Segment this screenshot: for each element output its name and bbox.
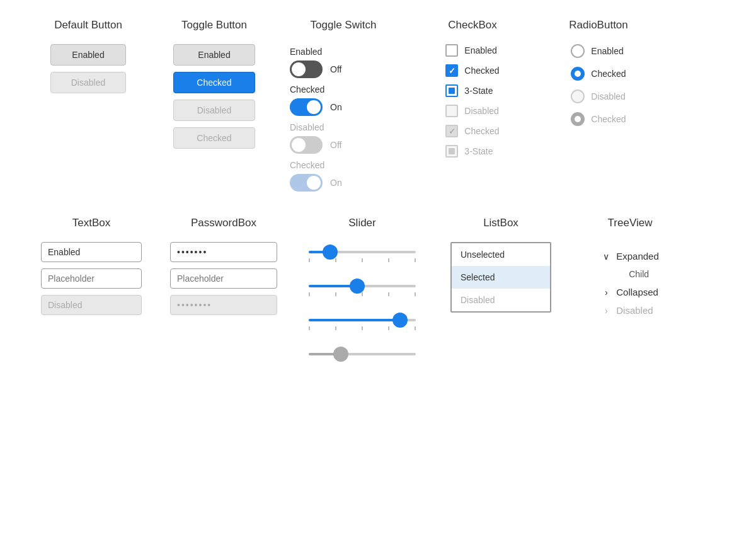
treeview-title: TreeView [608,217,653,229]
treeview-expanded-row[interactable]: ∨ Expanded [601,248,659,264]
slider-tick [415,326,416,330]
toggle-switch-group: Toggle Switch Enabled Off Checked On [277,19,410,192]
slider-1-ticks [309,258,416,262]
toggle-switch-disabled-off-label: Off [330,140,341,150]
slider-1[interactable] [309,241,416,263]
toggle-button-enabled[interactable]: Enabled [173,44,255,66]
checkbox-disabled-threestate-row: 3-State [445,145,493,158]
default-button-disabled: Disabled [50,72,126,93]
checkbox-title: CheckBox [448,19,496,32]
toggle-button-checked[interactable]: Checked [173,72,255,93]
toggle-thumb-off [292,62,306,76]
toggle-switch-off-row: Off [290,60,341,78]
treeview-expanded-label: Expanded [616,251,659,262]
treeview-disabled-row: › Disabled [601,302,653,318]
radio-inner-dot [575,71,581,77]
passwordbox-placeholder[interactable] [170,268,277,289]
checkbox-disabled-row: Disabled [445,105,498,117]
listbox: Unselected Selected Disabled [450,242,551,313]
slider-tick [362,258,363,262]
passwordbox-disabled [170,295,277,315]
chevron-right-disabled-icon: › [601,306,611,316]
slider-list [290,234,435,365]
slider-tick [309,292,310,296]
toggle-switch-disabled-on [290,174,323,192]
textbox-title: TextBox [72,217,110,229]
radio-enabled-row: Enabled [571,44,623,58]
toggle-switch-off[interactable] [290,60,323,78]
checkbox-disabled-label: Disabled [464,106,498,116]
slider-3-ticks [309,326,416,330]
slider-2[interactable] [309,275,416,297]
checkbox-group: CheckBox Enabled ✓ Checked [410,19,536,158]
checkbox-list: Enabled ✓ Checked 3-State [445,44,499,158]
toggle-switch-on-label: On [330,102,342,112]
toggle-button-group: Toggle Button Enabled Checked Disabled C… [151,19,277,149]
slider-tick [309,326,310,330]
slider-tick [335,326,336,330]
textbox-enabled[interactable] [41,242,142,262]
slider-1-thumb[interactable] [323,244,338,260]
checkbox-checked[interactable]: ✓ [445,64,458,77]
slider-tick [362,326,363,330]
toggle-switch-disabled-on-label: On [330,178,342,188]
slider-tick [388,292,389,296]
checkbox-enabled-row: Enabled [445,44,496,57]
slider-tick [415,292,416,296]
radio-disabled-label: Disabled [591,91,625,101]
treeview-disabled-label: Disabled [616,305,653,316]
radio-disabled [571,89,585,103]
bottom-section: TextBox PasswordBox Slider [25,217,731,365]
passwordbox-list [170,242,277,315]
radio-disabled-checked [571,112,585,126]
treeview-child-label: Child [626,269,649,279]
slider-tick [388,258,389,262]
checkbox-disabled-partial-icon [449,148,455,154]
radio-disabled-checked-label: Checked [591,114,626,124]
default-button-enabled[interactable]: Enabled [50,44,126,66]
checkbox-enabled[interactable] [445,44,458,57]
radio-enabled[interactable] [571,44,585,58]
slider-3-thumb[interactable] [392,313,408,328]
textbox-placeholder[interactable] [41,268,142,289]
radio-button-group: RadioButton Enabled Checked Disabl [536,19,662,126]
radio-checked[interactable] [571,67,585,81]
toggle-switch-list: Enabled Off Checked On Disabled [277,44,410,192]
toggle-switch-title: Toggle Switch [311,19,377,32]
checkbox-disabled-checked-row: ✓ Checked [445,125,499,137]
toggle-switch-disabled-off [290,136,323,154]
checkbox-disabled-threestate-label: 3-State [464,146,493,156]
toggle-switch-disabled-on-row: On [290,174,342,192]
slider-2-thumb[interactable] [350,279,365,294]
toggle-button-checked-disabled: Checked [173,127,255,149]
passwordbox-group: PasswordBox [158,217,290,315]
toggle-switch-checked-label: Checked [290,84,324,95]
treeview-collapsed-row[interactable]: › Collapsed [601,284,658,300]
treeview-child-row[interactable]: Child [601,267,649,282]
toggle-switch-on-row: On [290,98,342,116]
treeview-group: TreeView ∨ Expanded Child › Collapsed [567,217,693,318]
radio-disabled-inner-dot [575,116,581,122]
radio-enabled-label: Enabled [591,46,623,56]
treeview-collapsed-label: Collapsed [616,287,658,297]
passwordbox-enabled[interactable] [170,242,277,262]
radio-button-title: RadioButton [569,19,628,32]
toggle-button-disabled: Disabled [173,100,255,121]
chevron-right-icon: › [601,287,611,297]
toggle-thumb-disabled-off [292,138,306,152]
textbox-list [41,242,142,315]
listbox-group: ListBox Unselected Selected Disabled [435,217,567,313]
listbox-item-selected[interactable]: Selected [452,266,550,289]
checkbox-checked-label: Checked [464,66,499,76]
checkbox-disabled-check-icon: ✓ [449,127,455,135]
slider-4-disabled [309,343,416,365]
radio-checked-row: Checked [571,67,626,81]
slider-3-fill [309,319,400,321]
toggle-thumb-disabled-on [307,176,321,190]
checkbox-threestate[interactable] [445,84,458,97]
checkbox-disabled-threestate [445,145,458,158]
slider-3[interactable] [309,309,416,331]
toggle-switch-disabled-checked-label: Checked [290,160,324,170]
listbox-item-unselected[interactable]: Unselected [452,243,550,266]
toggle-switch-on[interactable] [290,98,323,116]
